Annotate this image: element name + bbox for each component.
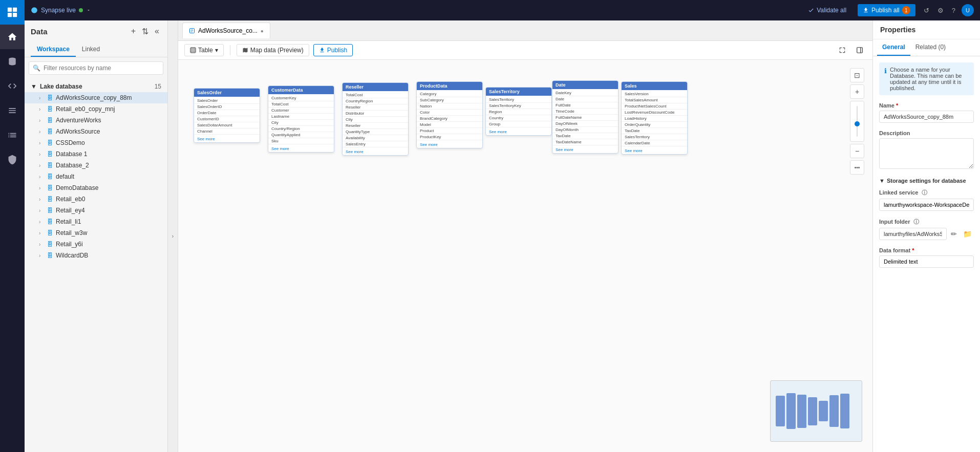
item-chevron: › — [39, 95, 44, 101]
table-body: CustomerKey TotalCost Customer Lastname … — [268, 94, 334, 145]
editor-tab-adworkssource[interactable]: AdWorksSource_co... ● — [182, 23, 270, 38]
lake-database-section[interactable]: ▼ Lake database 15 — [25, 81, 167, 92]
data-format-select[interactable]: Delimited text Parquet JSON ORC Avro — [879, 255, 974, 268]
collapse-sidebar-button[interactable]: « — [153, 26, 161, 37]
table-seemore[interactable]: See more — [194, 136, 260, 142]
tree-item-retail-eb0[interactable]: › 🗄 Retail_eb0 — [25, 193, 167, 205]
add-resource-button[interactable]: + — [129, 26, 138, 37]
tree-item-database2[interactable]: › 🗄 Database_2 — [25, 160, 167, 171]
item-label: AdventureWorks — [56, 117, 101, 124]
tab-related[interactable]: Related (0) — [910, 39, 951, 56]
table-card-reseller[interactable]: Reseller TotalCost CountryRegion Reselle… — [342, 82, 409, 156]
zoom-out-button[interactable]: − — [850, 144, 864, 158]
table-seemore[interactable]: See more — [552, 146, 618, 153]
description-textarea[interactable] — [879, 138, 974, 169]
table-card-productdata[interactable]: ProductData Category SubCategory Nation … — [416, 81, 483, 148]
tree-item-retail-li1[interactable]: › 🗄 Retail_li1 — [25, 216, 167, 227]
nav-item-integrate[interactable] — [0, 98, 25, 123]
edit-folder-button[interactable]: ✏ — [949, 228, 959, 240]
table-body: DateKey Date FullDate TimeCode FullDateN… — [552, 89, 618, 146]
tree-item-retail-w3w[interactable]: › 🗄 Retail_w3w — [25, 227, 167, 239]
browse-folder-button[interactable]: 📁 — [961, 228, 974, 240]
refresh-icon[interactable]: ↺ — [922, 5, 931, 16]
table-seemore[interactable]: See more — [417, 141, 482, 148]
linked-service-select[interactable]: lamurthyworkspace-WorkspaceDef... — [879, 199, 974, 211]
name-input[interactable] — [879, 111, 974, 123]
tree-item-adworkssource-copy[interactable]: › 🗄 AdWorksSource_copy_88m — [25, 92, 167, 103]
live-status-dot — [79, 8, 83, 12]
nav-item-develop[interactable] — [0, 74, 25, 98]
fit-screen-button[interactable]: ⊡ — [850, 68, 864, 82]
item-label: default — [56, 173, 74, 180]
canvas-area[interactable]: SalesOrder SalesOrder SalesOrderID Order… — [178, 60, 872, 452]
nav-item-monitor[interactable] — [0, 123, 25, 147]
table-card-customerdata[interactable]: CustomerData CustomerKey TotalCost Custo… — [268, 85, 334, 153]
table-seemore[interactable]: See more — [343, 148, 408, 155]
validate-all-button[interactable]: Validate all — [803, 5, 851, 16]
table-card-sales[interactable]: Sales SalesVersion TotalSalesAmount Prod… — [621, 81, 688, 155]
nav-item-home[interactable] — [0, 25, 25, 49]
tree-item-adworkssource[interactable]: › 🗄 AdWorksSource — [25, 126, 167, 137]
tree-item-database1[interactable]: › 🗄 Database 1 — [25, 148, 167, 160]
section-label: Lake database — [40, 83, 82, 90]
editor-tabs: AdWorksSource_co... ● — [178, 20, 872, 41]
item-label: Retail_y6i — [56, 241, 83, 248]
section-count: 15 — [155, 83, 161, 90]
table-card-date[interactable]: Date DateKey Date FullDate TimeCode Full… — [552, 80, 619, 154]
publish-button[interactable]: Publish — [313, 44, 353, 56]
description-field-group: Description — [879, 130, 974, 170]
item-label: AdWorksSource_copy_88m — [56, 94, 132, 101]
tab-linked[interactable]: Linked — [76, 42, 106, 57]
tree-item-default[interactable]: › 🗄 default — [25, 171, 167, 182]
publish-all-button[interactable]: Publish all 1 — [858, 4, 915, 16]
table-seemore[interactable]: See more — [268, 145, 334, 152]
table-seemore[interactable]: See more — [486, 128, 551, 135]
map-data-button[interactable]: Map data (Preview) — [237, 44, 309, 56]
data-format-group: Data format * Delimited text Parquet JSO… — [879, 247, 974, 268]
input-folder-input[interactable] — [879, 228, 947, 240]
panel-toggle-button[interactable] — [853, 46, 866, 55]
tree-item-retail-y6i[interactable]: › 🗄 Retail_y6i — [25, 239, 167, 250]
search-input[interactable] — [29, 61, 163, 75]
tree-item-wildcarddb[interactable]: › 🗄 WildcardDB — [25, 250, 167, 261]
table-card-salesterritory[interactable]: SalesTerritory SalesTerritory SalesTerri… — [485, 87, 552, 136]
db-icon: 🗄 — [47, 95, 53, 101]
more-options-button[interactable]: ••• — [850, 160, 864, 175]
zoom-slider[interactable] — [850, 101, 864, 142]
tab-close-button[interactable]: ● — [261, 28, 264, 34]
properties-body: ℹ Choose a name for your Database. This … — [873, 56, 980, 452]
sort-resources-button[interactable]: ⇅ — [140, 26, 151, 37]
zoom-in-button[interactable]: + — [850, 84, 864, 99]
nav-item-data[interactable] — [0, 49, 25, 74]
help-icon[interactable]: ? — [950, 5, 957, 16]
tree-item-cssdemo[interactable]: › 🗄 CSSDemo — [25, 137, 167, 148]
tree-item-demodatabase[interactable]: › 🗄 DemoDatabase — [25, 182, 167, 193]
input-folder-label: Input folder ⓘ — [879, 218, 974, 226]
search-icon: 🔍 — [33, 64, 40, 72]
editor-area: AdWorksSource_co... ● Table ▾ Map data (… — [178, 20, 872, 452]
settings-icon[interactable]: ⚙ — [935, 5, 946, 16]
tree-item-retail-eb0-copy[interactable]: › 🗄 Retail_eb0_copy_mnj — [25, 103, 167, 115]
expand-editor-button[interactable] — [836, 46, 849, 55]
tab-workspace[interactable]: Workspace — [31, 42, 76, 57]
tree-item-retail-ey4[interactable]: › 🗄 Retail_ey4 — [25, 205, 167, 216]
storage-section-header: ▼ Storage settings for database — [879, 178, 974, 184]
table-seemore[interactable]: See more — [622, 147, 687, 154]
nav-item-manage[interactable] — [0, 147, 25, 172]
table-body: TotalCost CountryRegion Reseller Distrib… — [343, 91, 408, 148]
tab-general[interactable]: General — [877, 39, 910, 56]
collapse-panel[interactable]: › — [168, 20, 178, 452]
user-avatar[interactable]: U — [962, 4, 974, 16]
item-label: Retail_li1 — [56, 218, 81, 225]
table-header: SalesOrder — [194, 89, 260, 97]
table-card-salesorder[interactable]: SalesOrder SalesOrder SalesOrderID Order… — [194, 88, 260, 143]
section-chevron: ▼ — [31, 83, 37, 90]
canvas-controls: ⊡ + − ••• — [850, 68, 864, 175]
tree-item-adventureworks[interactable]: › 🗄 AdventureWorks — [25, 115, 167, 126]
linked-service-group: Linked service ⓘ lamurthyworkspace-Works… — [879, 189, 974, 211]
item-label: CSSDemo — [56, 139, 85, 146]
svg-rect-8 — [857, 48, 863, 53]
item-label: Database 1 — [56, 150, 87, 158]
table-button[interactable]: Table ▾ — [184, 44, 224, 56]
synapse-brand-label: Synapse live — [41, 7, 76, 14]
